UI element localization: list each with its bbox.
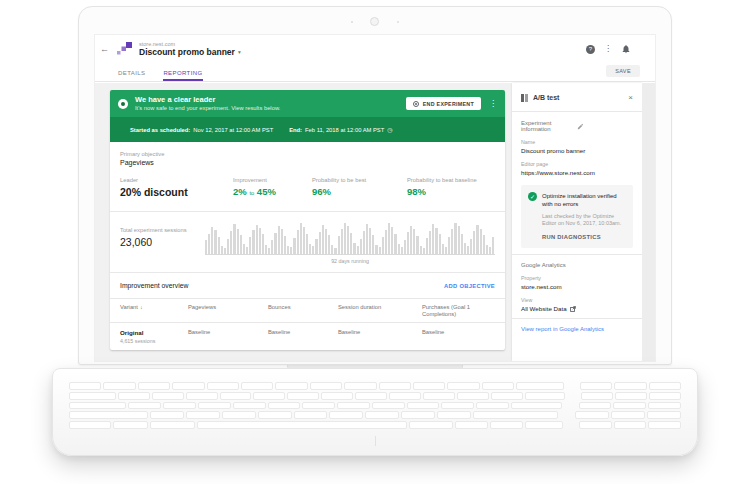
cell-purchases: Baseline xyxy=(422,329,482,335)
metric-label: Leader xyxy=(120,177,233,183)
keyboard-key xyxy=(103,382,135,390)
keyboard-key xyxy=(69,382,101,390)
banner-overflow-icon[interactable]: ⋮ xyxy=(489,99,497,108)
sparkline-bar xyxy=(388,223,390,254)
end-value: Feb 11, 2018 at 12:00 AM PST xyxy=(305,127,384,133)
tab-reporting[interactable]: REPORTING xyxy=(163,70,202,81)
sparkline-bar xyxy=(369,228,371,254)
add-objective-button[interactable]: ADD OBJECTIVE xyxy=(444,283,495,289)
keyboard-key xyxy=(525,392,566,400)
sparkline-bar xyxy=(442,244,444,254)
ab-test-sidebar: A/B test × Experiment information Name D… xyxy=(512,83,642,361)
keyboard-key xyxy=(355,392,387,400)
divider xyxy=(110,272,505,273)
column-purchases: Purchases (Goal 1 Completions) xyxy=(422,304,482,318)
keyboard-key xyxy=(372,402,405,410)
help-icon[interactable]: ? xyxy=(586,45,595,54)
sparkline-bar xyxy=(483,235,485,254)
overview-header: Improvement overview ADD OBJECTIVE xyxy=(110,273,505,298)
sparkline-bar xyxy=(344,223,346,254)
save-button[interactable]: SAVE xyxy=(606,65,640,77)
sparkline-bar xyxy=(268,248,270,254)
sparkline-bar xyxy=(256,225,258,254)
sparkline-bar xyxy=(249,237,251,254)
name-field: Name Discount promo banner xyxy=(521,139,633,154)
view-value: All Website Data xyxy=(521,305,567,312)
keyboard-key xyxy=(447,382,479,390)
sparkline-bar xyxy=(221,246,223,255)
status-target-icon xyxy=(118,99,128,109)
keyboard-key xyxy=(581,392,613,400)
check-circle-icon: ✓ xyxy=(528,192,537,201)
experiment-title-dropdown[interactable]: Discount promo banner ▾ xyxy=(139,47,241,57)
sparkline-bar xyxy=(227,239,229,254)
overflow-menu-icon[interactable]: ⋮ xyxy=(604,45,612,53)
sparkline-bar xyxy=(350,233,352,254)
keyboard-key xyxy=(241,382,273,390)
sparkline-bar xyxy=(262,234,264,254)
sessions-sparkline xyxy=(205,220,495,255)
ga-heading: Google Analytics xyxy=(521,262,633,268)
metric-value: 98% xyxy=(407,186,495,197)
sparkline-bar xyxy=(353,243,355,254)
editor-page-label: Editor page xyxy=(521,161,633,167)
close-icon[interactable]: × xyxy=(628,93,633,102)
sparkline-bar xyxy=(464,243,466,254)
end-experiment-button[interactable]: END EXPERIMENT xyxy=(406,97,481,110)
view-report-link[interactable]: View report in Google Analytics xyxy=(521,326,633,332)
sparkline-bar xyxy=(470,239,472,254)
keyboard-key xyxy=(389,392,421,400)
sparkline-bar xyxy=(404,240,406,254)
variant-sessions: 4,615 sessions xyxy=(120,338,188,344)
sidebar-header: A/B test × xyxy=(521,90,633,105)
sparkline-bar xyxy=(363,231,365,254)
keyboard-key xyxy=(409,421,454,429)
notifications-bell-icon[interactable] xyxy=(621,44,631,54)
column-variant[interactable]: Variant↓ xyxy=(120,304,188,311)
keyboard-key xyxy=(310,382,342,390)
keyboard-key xyxy=(128,402,161,410)
back-arrow-icon[interactable]: ← xyxy=(100,44,109,54)
property-label: Property xyxy=(521,275,633,281)
laptop-base xyxy=(52,368,698,456)
run-diagnostics-button[interactable]: RUN DIAGNOSTICS xyxy=(542,234,626,240)
keyboard-key xyxy=(613,402,646,410)
banner-title: We have a clear leader xyxy=(135,95,399,104)
clock-icon: ◷ xyxy=(387,126,392,133)
keyboard-key xyxy=(69,402,126,410)
sparkline-bar xyxy=(252,230,254,254)
sparkline-bar xyxy=(489,247,491,254)
sparkline-bar xyxy=(293,238,295,254)
keyboard-key xyxy=(437,411,471,419)
sparkline-bar xyxy=(218,237,220,254)
title-block: store.nest.com Discount promo banner ▾ xyxy=(139,41,241,57)
browser-screen: ← store.nest.com Discount promo banner ▾… xyxy=(95,35,655,361)
report-card: We have a clear leader It's now safe to … xyxy=(110,90,505,350)
scrollbar-track[interactable] xyxy=(642,83,655,361)
keyboard-key xyxy=(152,392,184,400)
sparkline-bar xyxy=(448,237,450,254)
external-link-icon[interactable] xyxy=(570,306,576,312)
sparkline-bar xyxy=(341,229,343,254)
keyboard-key xyxy=(69,392,116,400)
end-label: End: xyxy=(289,127,302,133)
sparkline-bar xyxy=(458,226,460,254)
keyboard-key xyxy=(222,411,256,419)
keyboard-key xyxy=(186,392,218,400)
divider xyxy=(512,318,642,319)
sparkline-bar xyxy=(233,224,235,254)
laptop-mockup: ← store.nest.com Discount promo banner ▾… xyxy=(0,0,750,484)
edit-pencil-icon[interactable] xyxy=(577,123,633,130)
keyboard-key xyxy=(365,411,399,419)
sort-down-icon: ↓ xyxy=(140,304,143,310)
sparkline-bar xyxy=(413,229,415,255)
sparkline-bar xyxy=(278,226,280,254)
sparkline-bar xyxy=(338,236,340,254)
improvement-joiner: to xyxy=(249,190,254,196)
tab-details[interactable]: DETAILS xyxy=(118,70,145,81)
keyboard-gap xyxy=(567,392,579,400)
keyboard-key xyxy=(407,402,440,410)
experiment-info-heading: Experiment information xyxy=(521,120,577,132)
name-value: Discount promo banner xyxy=(521,147,633,154)
keyboard-key xyxy=(220,392,252,400)
